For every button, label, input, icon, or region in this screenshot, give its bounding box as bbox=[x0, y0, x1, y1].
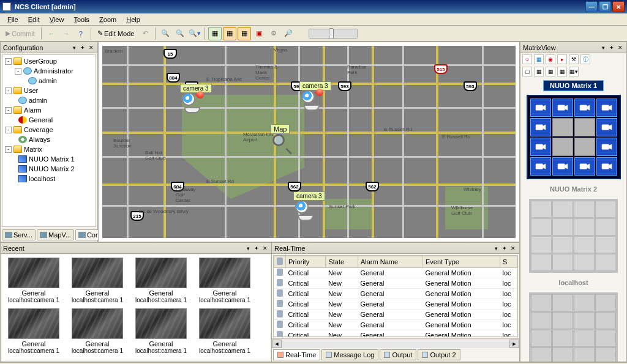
restore-button[interactable]: ❐ bbox=[599, 1, 611, 12]
rt-row[interactable]: CriticalNewGeneralGeneral Motionloc bbox=[274, 299, 517, 310]
mv-pin-icon[interactable]: ✦ bbox=[608, 44, 615, 51]
camera-icon-b[interactable] bbox=[301, 90, 322, 111]
undo-icon[interactable]: ↶ bbox=[138, 27, 152, 40]
autohide-icon[interactable]: ✦ bbox=[79, 44, 86, 51]
mv-l16-icon[interactable]: ▦ bbox=[557, 67, 567, 76]
mv-cam-cell[interactable] bbox=[596, 157, 617, 176]
rt-close[interactable]: ✕ bbox=[509, 245, 517, 252]
tree-alarm-general[interactable]: General bbox=[4, 115, 94, 125]
mv-m1-grid[interactable] bbox=[527, 95, 621, 179]
tab-output2[interactable]: Output 2 bbox=[418, 349, 460, 360]
mv-grid-icon[interactable]: ▦ bbox=[534, 54, 544, 64]
minimize-button[interactable]: — bbox=[585, 1, 598, 12]
camera3-label-b[interactable]: camera 3 bbox=[299, 81, 331, 91]
mv-drop-icon[interactable]: ▾ bbox=[599, 44, 607, 51]
commit-button[interactable]: ▶Commit bbox=[2, 27, 38, 40]
rt-row[interactable]: CriticalNewGeneralGeneral Motionloc bbox=[274, 289, 517, 299]
tab-realtime[interactable]: Real-Time bbox=[273, 349, 320, 360]
mv-empty-cell[interactable] bbox=[574, 138, 595, 156]
mv-empty-cell[interactable] bbox=[552, 118, 573, 136]
mv-cam-cell[interactable] bbox=[596, 118, 617, 136]
menu-tools[interactable]: Tools bbox=[69, 15, 94, 24]
layer1-icon[interactable]: ▦ bbox=[208, 27, 222, 40]
menu-file[interactable]: File bbox=[2, 15, 23, 24]
tab-output[interactable]: Output bbox=[380, 349, 416, 360]
tree-matrix2[interactable]: NUUO Matrix 2 bbox=[4, 164, 94, 174]
tree-coverage[interactable]: -Coverage bbox=[4, 125, 94, 135]
search-icon[interactable]: 🔎 bbox=[282, 27, 295, 40]
mv-cam-cell[interactable] bbox=[530, 118, 551, 136]
mv-l4-icon[interactable]: ▦ bbox=[534, 67, 544, 76]
rt-hscroll[interactable]: ◄► bbox=[272, 338, 519, 348]
help-icon[interactable]: ? bbox=[74, 27, 88, 40]
recent-drop[interactable]: ▾ bbox=[244, 245, 252, 252]
tree-admin[interactable]: admin bbox=[4, 76, 94, 86]
col-alarm[interactable]: Alarm Name bbox=[358, 256, 422, 268]
recent-pin[interactable]: ✦ bbox=[253, 245, 260, 252]
tree-localhost[interactable]: localhost bbox=[4, 174, 94, 184]
editmode-button[interactable]: ✎Edit Mode bbox=[94, 27, 138, 40]
magnifier-icon[interactable] bbox=[272, 134, 291, 152]
camera-icon-a[interactable] bbox=[182, 92, 203, 113]
zoom-slider[interactable] bbox=[309, 29, 358, 39]
col-event[interactable]: Event Type bbox=[423, 256, 500, 268]
recent-close[interactable]: ✕ bbox=[261, 245, 269, 252]
recent-thumb[interactable]: Generallocalhost:camera 1 bbox=[195, 308, 254, 354]
mv-cam-cell[interactable] bbox=[530, 157, 551, 176]
camera-icon-c[interactable] bbox=[295, 200, 316, 221]
rt-row[interactable]: CriticalNewGeneralGeneral Motionloc bbox=[274, 310, 517, 320]
mv-cam-cell[interactable] bbox=[530, 138, 551, 156]
camera3-label-c[interactable]: camera 3 bbox=[293, 191, 325, 201]
pin-icon[interactable]: ▾ bbox=[70, 44, 78, 51]
zoom-tool2-icon[interactable]: 🔍 bbox=[173, 27, 187, 40]
close-button[interactable]: ✕ bbox=[612, 1, 625, 12]
tree-usergroup[interactable]: -UserGroup bbox=[4, 56, 94, 66]
mv-user-icon[interactable]: ☺ bbox=[522, 54, 532, 64]
mv-flag-icon[interactable]: ▸ bbox=[557, 54, 567, 64]
col-priority[interactable]: Priority bbox=[286, 256, 326, 268]
mv-cam-cell[interactable] bbox=[596, 98, 617, 117]
tree-administrator[interactable]: -Administrator bbox=[4, 66, 94, 76]
rt-pin[interactable]: ✦ bbox=[501, 245, 508, 252]
mv-close-icon[interactable]: ✕ bbox=[617, 44, 624, 51]
rt-row[interactable]: CriticalNewGeneralGeneral Motionloc bbox=[274, 330, 517, 338]
mv-cam-cell[interactable] bbox=[596, 138, 617, 156]
rt-row[interactable]: CriticalNewGeneralGeneral Motionloc bbox=[274, 320, 517, 330]
tree-always[interactable]: Always bbox=[4, 135, 94, 144]
mv-l9-icon[interactable]: ▦ bbox=[546, 67, 555, 76]
camera3-label-a[interactable]: camera 3 bbox=[180, 84, 212, 93]
recent-thumb[interactable]: Generallocalhost:camera 1 bbox=[4, 308, 63, 354]
mv-cam-cell[interactable] bbox=[574, 98, 595, 117]
mv-m2-grid[interactable] bbox=[529, 199, 618, 273]
menu-view[interactable]: View bbox=[45, 15, 69, 24]
panel-close-icon[interactable]: ✕ bbox=[88, 44, 95, 51]
zoom-tool-icon[interactable]: 🔍 bbox=[159, 27, 172, 40]
map-canvas[interactable]: 15 804 593 593 593 593 604 562 562 215 5… bbox=[102, 46, 516, 238]
map-label[interactable]: Map bbox=[271, 124, 290, 134]
recent-thumb[interactable]: Generallocalhost:camera 1 bbox=[132, 258, 190, 303]
recent-thumb[interactable]: Generallocalhost:camera 1 bbox=[195, 258, 254, 303]
mv-layout-dd[interactable]: ▦▾ bbox=[569, 67, 579, 76]
mv-cam-cell[interactable] bbox=[574, 157, 595, 176]
tab-serv[interactable]: Serv... bbox=[2, 229, 36, 240]
tree-alarm[interactable]: -Alarm bbox=[4, 105, 94, 115]
layer3-icon[interactable]: ▦ bbox=[238, 27, 251, 40]
recent-thumb[interactable]: Generallocalhost:camera 1 bbox=[4, 258, 63, 303]
tree-user-admin[interactable]: admin bbox=[4, 95, 94, 105]
mv-l1-icon[interactable]: ▢ bbox=[522, 67, 532, 76]
recent-thumb[interactable]: Generallocalhost:camera 1 bbox=[132, 308, 190, 354]
col-s[interactable]: S bbox=[500, 256, 517, 268]
tree-matrix1[interactable]: NUUO Matrix 1 bbox=[4, 154, 94, 164]
forward-icon[interactable]: → bbox=[59, 27, 73, 40]
mv-wrench-icon[interactable]: ⚒ bbox=[569, 54, 579, 64]
mv-cam-cell[interactable] bbox=[552, 98, 573, 117]
tree-matrix[interactable]: -Matrix bbox=[4, 144, 94, 154]
mv-info-icon[interactable]: ⓘ bbox=[580, 54, 590, 64]
col-state[interactable]: State bbox=[326, 256, 358, 268]
menu-help[interactable]: Help bbox=[121, 15, 145, 24]
tab-mapv[interactable]: MapV... bbox=[37, 229, 74, 240]
rt-row[interactable]: CriticalNewGeneralGeneral Motionloc bbox=[274, 278, 517, 289]
config-icon[interactable]: ⚙ bbox=[267, 27, 280, 40]
back-icon[interactable]: ← bbox=[45, 27, 58, 40]
config-tree[interactable]: -UserGroup -Administrator admin -User ad… bbox=[2, 54, 96, 227]
